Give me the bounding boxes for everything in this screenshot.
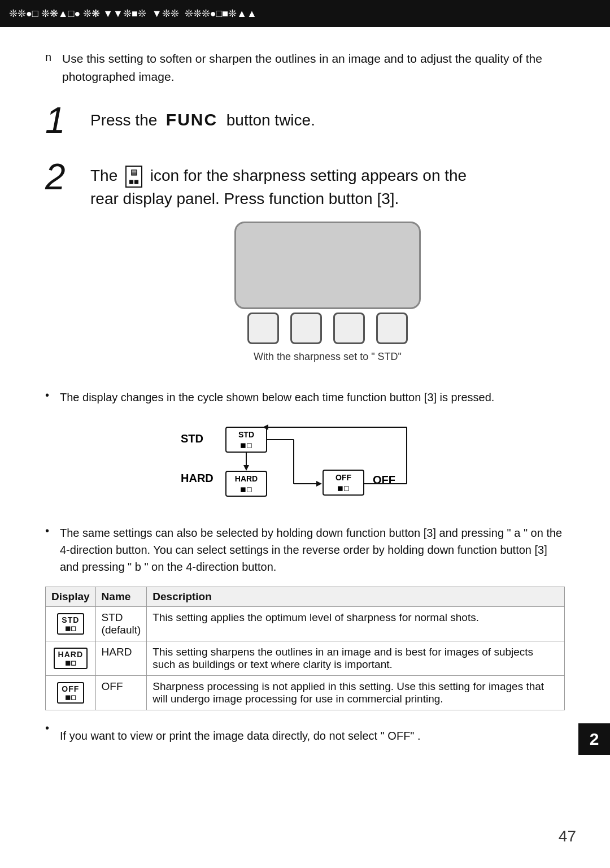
table-header-row: Display Name Description xyxy=(46,587,565,606)
bullet-2-text: The same settings can also be selected b… xyxy=(60,524,565,575)
table-body: STD ◼◻ STD(default) This setting applies… xyxy=(46,606,565,710)
intro-bullet: n xyxy=(45,51,56,64)
bullet-2: • The same settings can also be selected… xyxy=(45,524,565,575)
step-1: 1 Press the FUNC button twice. xyxy=(45,102,565,138)
svg-text:OFF: OFF xyxy=(336,473,351,482)
icon-hard-top: HARD xyxy=(58,650,83,659)
step-2: 2 The ▤ ◼◼ icon for the sharpness settin… xyxy=(45,159,565,368)
camera-btn-1 xyxy=(247,313,279,344)
bullet-1-text: The display changes in the cycle shown b… xyxy=(60,389,494,406)
icon-std-top: STD xyxy=(62,615,80,624)
name-cell-std: STD(default) xyxy=(95,606,147,641)
icon-hard: HARD ◼◻ xyxy=(54,648,88,669)
name-cell-hard: HARD xyxy=(95,641,147,675)
step-1-text: Press the FUNC button twice. xyxy=(90,108,565,132)
icon-off: OFF ◼◻ xyxy=(57,682,84,704)
display-cell-std: STD ◼◻ xyxy=(46,606,96,641)
svg-text:HARD: HARD xyxy=(235,474,258,483)
camera-display-diagram: With the sharpness set to " STD" xyxy=(90,222,565,363)
bullet-2-dot: • xyxy=(45,524,54,537)
icon-off-bottom: ◼◻ xyxy=(62,693,80,701)
step2-line3: rear display panel. Press function butto… xyxy=(90,190,399,207)
name-cell-off: OFF xyxy=(95,675,147,710)
icon-std-bottom: ◼◻ xyxy=(62,624,80,632)
col-display: Display xyxy=(46,587,96,606)
step2-line2: icon for the sharpness setting appears o… xyxy=(150,167,467,184)
header-bar: ❊❊●□ ❊❋▲□● ❊❋ ▼▼❊■❊ ▼❊❊ ❊❊❊●□■❊▲▲ xyxy=(0,0,610,27)
table-row: OFF ◼◻ OFF Sharpness processing is not a… xyxy=(46,675,565,710)
step-1-content: Press the FUNC button twice. xyxy=(90,102,565,132)
icon-std: STD ◼◻ xyxy=(57,613,84,635)
svg-text:STD: STD xyxy=(181,432,203,445)
camera-screen xyxy=(234,222,421,309)
diagram-caption: With the sharpness set to " STD" xyxy=(254,351,402,363)
sharpness-icon-inline: ▤ ◼◼ xyxy=(125,166,142,188)
desc-cell-off: Sharpness processing is not applied in t… xyxy=(147,675,565,710)
camera-buttons-row xyxy=(247,313,408,344)
display-cell-off: OFF ◼◻ xyxy=(46,675,96,710)
func-label: FUNC xyxy=(166,110,217,129)
final-note-text: If you want to view or print the image d… xyxy=(60,727,421,744)
step-1-number: 1 xyxy=(45,102,79,138)
camera-btn-3 xyxy=(333,313,365,344)
icon-off-top: OFF xyxy=(62,684,80,693)
intro-note: n Use this setting to soften or sharpen … xyxy=(45,50,565,85)
desc-cell-hard: This setting sharpens the outlines in an… xyxy=(147,641,565,675)
final-note: • If you want to view or print the image… xyxy=(45,722,565,744)
col-name: Name xyxy=(95,587,147,606)
step-2-text: The ▤ ◼◼ icon for the sharpness setting … xyxy=(90,164,565,210)
bullet-1-dot: • xyxy=(45,389,54,402)
col-description: Description xyxy=(147,587,565,606)
svg-text:◼◻: ◼◻ xyxy=(240,441,252,449)
svg-text:HARD: HARD xyxy=(181,472,213,484)
page-number: 47 xyxy=(559,827,576,845)
svg-text:◼◻: ◼◻ xyxy=(337,484,350,492)
chapter-marker: 2 xyxy=(578,723,610,755)
final-note-dot: • xyxy=(45,722,54,735)
step-2-content: The ▤ ◼◼ icon for the sharpness setting … xyxy=(90,159,565,368)
table-row: HARD ◼◻ HARD This setting sharpens the o… xyxy=(46,641,565,675)
header-icons: ❊❊●□ ❊❋▲□● ❊❋ ▼▼❊■❊ ▼❊❊ ❊❊❊●□■❊▲▲ xyxy=(9,7,257,20)
intro-text: Use this setting to soften or sharpen th… xyxy=(62,50,565,85)
camera-btn-2 xyxy=(290,313,322,344)
camera-btn-4 xyxy=(376,313,408,344)
table-header: Display Name Description xyxy=(46,587,565,606)
chapter-number: 2 xyxy=(590,730,599,749)
page-content: n Use this setting to soften or sharpen … xyxy=(0,27,610,772)
settings-table: Display Name Description STD ◼◻ STD(defa… xyxy=(45,587,565,710)
display-cell-hard: HARD ◼◻ xyxy=(46,641,96,675)
cycle-svg: STD HARD STD ◼◻ HARD ◼◻ OFF xyxy=(169,417,441,507)
svg-text:◼◻: ◼◻ xyxy=(240,485,252,493)
svg-marker-13 xyxy=(316,481,322,487)
icon-hard-bottom: ◼◻ xyxy=(58,659,83,667)
step-2-number: 2 xyxy=(45,159,79,195)
desc-cell-std: This setting applies the optimum level o… xyxy=(147,606,565,641)
bullet-1: • The display changes in the cycle shown… xyxy=(45,389,565,406)
svg-marker-6 xyxy=(243,465,249,471)
step2-line1: The xyxy=(90,167,117,184)
table-row: STD ◼◻ STD(default) This setting applies… xyxy=(46,606,565,641)
cycle-diagram: STD HARD STD ◼◻ HARD ◼◻ OFF xyxy=(45,417,565,507)
svg-text:STD: STD xyxy=(238,430,254,439)
